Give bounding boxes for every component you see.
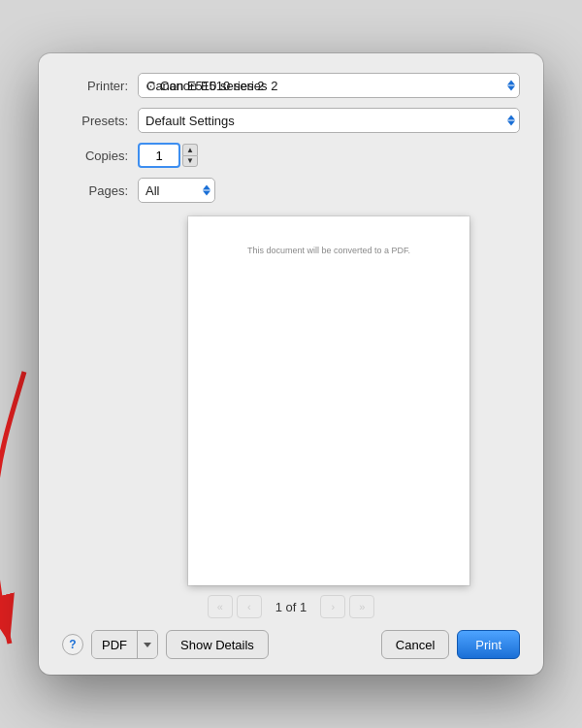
print-button[interactable]: Print [457, 630, 520, 659]
pdf-dropdown-arrow-icon [144, 643, 151, 647]
pages-select[interactable] [138, 178, 215, 203]
preview-area: This document will be converted to a PDF… [138, 216, 520, 585]
presets-select-wrapper: Default Settings [138, 108, 520, 133]
prev-page-button[interactable]: ‹ [237, 595, 262, 618]
cancel-button[interactable]: Cancel [381, 630, 449, 659]
pages-label: Pages: [62, 183, 128, 198]
copies-increment-button[interactable]: ▲ [182, 144, 198, 155]
copies-label: Copies: [62, 149, 128, 163]
pdf-button[interactable]: PDF [92, 631, 138, 658]
copies-input[interactable] [138, 143, 180, 168]
presets-select[interactable] [138, 108, 520, 133]
presets-row: Presets: Default Settings [62, 108, 520, 133]
show-details-button[interactable]: Show Details [166, 630, 269, 659]
copies-row: Copies: ▲ ▼ [62, 143, 520, 168]
printer-select-wrapper: Canon E510 series 2 ⊙ Canon E510 series … [138, 73, 520, 98]
printer-select[interactable]: Canon E510 series 2 [138, 73, 520, 98]
help-button[interactable]: ? [62, 634, 83, 655]
next-page-button[interactable]: › [320, 595, 345, 618]
pages-row: Pages: All [62, 178, 520, 203]
copies-input-wrapper: ▲ ▼ [138, 143, 198, 168]
last-page-button[interactable]: » [349, 595, 374, 618]
first-page-button[interactable]: « [208, 595, 233, 618]
print-dialog: Printer: Canon E510 series 2 ⊙ Canon E51… [39, 53, 543, 675]
page-preview: This document will be converted to a PDF… [188, 216, 469, 585]
printer-label: Printer: [62, 79, 128, 93]
copies-stepper: ▲ ▼ [182, 144, 198, 167]
copies-decrement-button[interactable]: ▼ [182, 155, 198, 167]
pdf-dropdown-button[interactable] [138, 631, 157, 658]
preview-text: This document will be converted to a PDF… [247, 246, 410, 255]
pdf-button-group: PDF [91, 630, 158, 659]
bottom-row: ? PDF Show Details Cancel Print [62, 630, 520, 659]
pages-select-wrapper: All [138, 178, 215, 203]
printer-row: Printer: Canon E510 series 2 ⊙ Canon E51… [62, 73, 520, 98]
presets-label: Presets: [62, 114, 128, 128]
pagination-row: « ‹ 1 of 1 › » [62, 595, 520, 618]
page-indicator: 1 of 1 [266, 600, 317, 614]
